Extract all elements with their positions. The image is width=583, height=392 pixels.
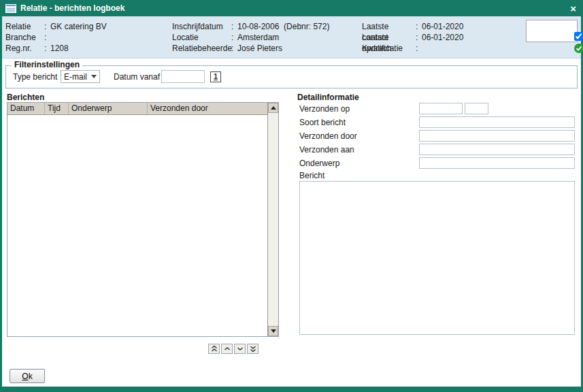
nav-first-button[interactable] <box>208 344 220 354</box>
table-body[interactable] <box>7 115 267 336</box>
field-value: Amsterdam <box>237 32 279 43</box>
field-value: José Pieters <box>237 43 282 54</box>
nav-next-button[interactable] <box>234 344 246 354</box>
dialog-window: Relatie - berichten logboek × Relatie:GK… <box>0 0 583 392</box>
field-label: Locatie <box>172 32 231 43</box>
datum-vanaf-input[interactable] <box>161 70 205 83</box>
column-header-datum[interactable]: Datum <box>7 103 45 114</box>
header-column-2: Inschrijfdatum:10-08-2006 (Debnr: 572) L… <box>172 21 329 54</box>
separator: : <box>44 43 50 54</box>
chevron-up-icon <box>224 346 231 351</box>
field-value: GK catering BV <box>50 21 107 32</box>
filter-group: Filterinstellingen Type bericht E-mail D… <box>5 65 578 88</box>
photo-placeholder <box>526 20 578 42</box>
chevron-down-icon <box>237 346 244 351</box>
header-field: Reg.nr.:1208 <box>5 43 107 54</box>
verzonden-op-date-input[interactable] <box>419 103 463 114</box>
type-bericht-selected-value: E-mail <box>64 72 91 82</box>
scrollbar-down-icon[interactable] <box>268 326 278 336</box>
verzonden-aan-label: Verzonden aan <box>299 144 354 156</box>
field-label: Laatste opdrach <box>362 32 416 43</box>
verzonden-door-input[interactable] <box>419 130 575 142</box>
berichten-section-title: Berichten <box>7 93 44 102</box>
relation-header: Relatie:GK catering BV Branche: Reg.nr.:… <box>2 16 581 59</box>
bericht-textarea[interactable] <box>299 181 575 335</box>
onderwerp-label: Onderwerp <box>299 158 339 169</box>
field-label: Relatie <box>5 21 44 32</box>
separator: : <box>231 43 237 54</box>
header-column-1: Relatie:GK catering BV Branche: Reg.nr.:… <box>5 21 107 54</box>
separator: : <box>416 21 422 32</box>
header-field: Locatie:Amsterdam <box>172 32 329 43</box>
header-field: Laatste contact:06-01-2020 <box>362 21 463 32</box>
chevrons-up-icon <box>211 345 218 353</box>
vertical-scrollbar[interactable] <box>267 103 278 336</box>
field-value: 1208 <box>50 43 69 54</box>
verzonden-door-label: Verzonden door <box>299 131 357 142</box>
nav-last-button[interactable] <box>247 344 259 354</box>
separator: : <box>44 21 50 32</box>
table-header-row: Datum Tijd Onderwerp Verzonden door <box>7 103 268 115</box>
field-label: Relatiebeheerde <box>172 43 231 54</box>
separator: : <box>231 32 237 43</box>
ok-button[interactable]: Ok <box>10 369 45 383</box>
separator: : <box>44 32 50 43</box>
ok-button-accel: O <box>22 372 28 381</box>
field-label: Laatste contact <box>362 21 416 32</box>
soort-bericht-input[interactable] <box>419 116 575 128</box>
header-field: Kwalificatie: <box>362 43 463 54</box>
separator: : <box>416 32 422 43</box>
header-field: Relatiebeheerde:José Pieters <box>172 43 329 54</box>
window-border-left <box>0 16 2 392</box>
field-value: 10-08-2006 (Debnr: 572) <box>237 21 329 32</box>
field-value: 06-01-2020 <box>422 32 463 43</box>
window-border-bottom <box>0 387 583 392</box>
chevrons-down-icon <box>250 345 256 353</box>
verzonden-op-time-input[interactable] <box>465 103 488 114</box>
separator: : <box>231 21 237 32</box>
titlebar: Relatie - berichten logboek × <box>0 0 583 16</box>
form-icon <box>5 4 16 13</box>
header-column-3: Laatste contact:06-01-2020 Laatste opdra… <box>362 21 463 54</box>
header-field: Relatie:GK catering BV <box>5 21 107 32</box>
verzonden-op-label: Verzonden op <box>299 103 350 115</box>
ok-button-rest: k <box>29 372 33 381</box>
field-label: Reg.nr. <box>5 43 44 54</box>
window-title: Relatie - berichten logboek <box>20 3 569 13</box>
field-value: 06-01-2020 <box>422 21 463 32</box>
record-navigation <box>208 344 259 354</box>
calendar-icon[interactable]: 1 <box>210 71 221 82</box>
header-field: Inschrijfdatum:10-08-2006 (Debnr: 572) <box>172 21 329 32</box>
field-label: Kwalificatie <box>362 43 416 54</box>
datum-vanaf-label: Datum vanaf <box>114 71 160 84</box>
field-label: Inschrijfdatum <box>172 21 231 32</box>
onderwerp-input[interactable] <box>419 157 575 169</box>
column-header-tijd[interactable]: Tijd <box>45 103 69 114</box>
field-label: Branche <box>5 32 44 43</box>
type-bericht-select[interactable]: E-mail <box>61 70 100 83</box>
close-icon[interactable]: × <box>569 3 578 14</box>
header-checkbox[interactable] <box>574 32 583 41</box>
status-ok-icon <box>574 44 583 53</box>
filter-group-title: Filterinstellingen <box>12 60 82 69</box>
column-header-onderwerp[interactable]: Onderwerp <box>69 103 148 114</box>
berichten-table: Datum Tijd Onderwerp Verzonden door <box>7 102 279 337</box>
soort-bericht-label: Soort bericht <box>299 117 346 129</box>
verzonden-aan-input[interactable] <box>419 144 575 155</box>
bericht-label: Bericht <box>299 170 324 182</box>
scrollbar-up-icon[interactable] <box>268 103 278 113</box>
type-bericht-label: Type bericht <box>13 71 57 84</box>
column-header-verzonden-door[interactable]: Verzonden door <box>148 103 268 114</box>
separator: : <box>416 43 422 54</box>
nav-prev-button[interactable] <box>221 344 233 354</box>
header-field: Laatste opdrach:06-01-2020 <box>362 32 463 43</box>
chevron-down-icon <box>91 75 97 78</box>
header-field: Branche: <box>5 32 107 43</box>
detail-section-title: Detailinformatie <box>297 93 359 102</box>
